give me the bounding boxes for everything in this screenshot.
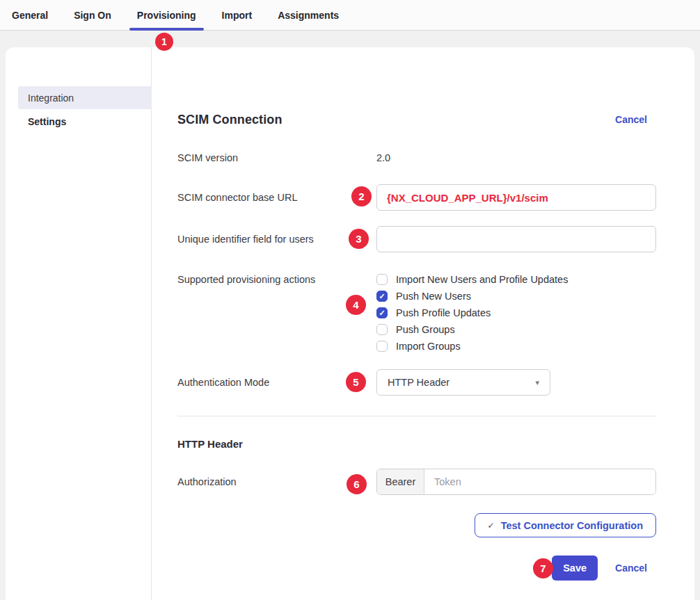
sidebar-heading: Settings xyxy=(28,116,66,127)
checkbox-checked-icon[interactable]: ✓ xyxy=(376,291,388,302)
annotation-badge-7: 7 xyxy=(533,558,553,578)
provisioning-action-label: Push Profile Updates xyxy=(396,307,491,318)
provisioning-action-label: Push New Users xyxy=(396,291,471,302)
checkbox-checked-icon[interactable]: ✓ xyxy=(376,307,388,318)
unique-identifier-input[interactable] xyxy=(376,226,656,252)
settings-card: Settings Integration SCIM Connection Can… xyxy=(6,47,694,600)
page-title: SCIM Connection xyxy=(177,113,283,127)
unique-id-label: Unique identifier field for users xyxy=(177,232,376,246)
scim-base-url-input[interactable] xyxy=(376,184,656,211)
scim-connection-form: SCIM Connection Cancel SCIM version 2.0 … xyxy=(152,47,694,600)
annotation-badge-6: 6 xyxy=(347,474,367,494)
token-input[interactable] xyxy=(424,469,655,494)
scim-version-value: 2.0 xyxy=(376,152,390,163)
app-tab-bar: General Sign On Provisioning Import Assi… xyxy=(0,0,700,31)
scim-version-label: SCIM version xyxy=(177,151,376,165)
provisioning-action-label: Import New Users and Profile Updates xyxy=(396,274,568,285)
provisioning-action-row[interactable]: Import New Users and Profile Updates xyxy=(376,271,656,288)
auth-mode-selected-value: HTTP Header xyxy=(388,377,450,388)
auth-mode-select[interactable]: HTTP Header ▾ xyxy=(376,369,550,396)
provisioning-actions-row: Supported provisioning actions Import Ne… xyxy=(177,271,656,355)
annotation-badge-1: 1 xyxy=(155,33,173,51)
test-connector-button[interactable]: ✓ Test Connector Configuration xyxy=(475,513,656,537)
provisioning-page: General Sign On Provisioning Import Assi… xyxy=(0,0,700,600)
http-header-heading: HTTP Header xyxy=(177,438,656,452)
chevron-down-icon: ▾ xyxy=(535,378,539,387)
auth-mode-row: Authentication Mode HTTP Header ▾ xyxy=(177,369,656,396)
tab-assignments[interactable]: Assignments xyxy=(270,0,347,30)
tab-provisioning[interactable]: Provisioning xyxy=(129,0,204,30)
check-icon: ✓ xyxy=(488,521,495,530)
authorization-input-group: Bearer xyxy=(376,469,656,495)
provisioning-action-label: Import Groups xyxy=(396,341,461,352)
settings-sidebar: Settings Integration xyxy=(6,47,152,600)
provisioning-action-row[interactable]: Import Groups xyxy=(376,338,656,355)
annotation-badge-2: 2 xyxy=(351,186,372,206)
section-divider xyxy=(177,416,656,416)
provisioning-action-row[interactable]: ✓Push New Users xyxy=(376,288,656,305)
cancel-link-bottom[interactable]: Cancel xyxy=(615,562,647,574)
base-url-row: SCIM connector base URL xyxy=(177,184,656,211)
provisioning-action-row[interactable]: Push Groups xyxy=(376,321,656,338)
sidebar-item-integration[interactable]: Integration xyxy=(18,86,152,109)
checkbox-unchecked-icon[interactable] xyxy=(376,341,388,352)
tab-sign-on[interactable]: Sign On xyxy=(66,0,119,30)
authorization-row: Authorization Bearer xyxy=(177,469,656,495)
provisioning-actions-list: Import New Users and Profile Updates✓Pus… xyxy=(376,271,656,355)
base-url-label: SCIM connector base URL xyxy=(177,190,376,204)
annotation-badge-4: 4 xyxy=(346,295,366,315)
provisioning-action-row[interactable]: ✓Push Profile Updates xyxy=(376,305,656,321)
bearer-prefix: Bearer xyxy=(377,469,424,494)
cancel-link-top[interactable]: Cancel xyxy=(615,114,647,125)
annotation-badge-5: 5 xyxy=(346,372,366,392)
scim-version-row: SCIM version 2.0 xyxy=(177,151,656,165)
provisioning-actions-label: Supported provisioning actions xyxy=(177,271,376,288)
checkbox-unchecked-icon[interactable] xyxy=(376,274,388,285)
checkbox-unchecked-icon[interactable] xyxy=(376,324,388,335)
save-button[interactable]: Save xyxy=(552,556,598,581)
annotation-badge-3: 3 xyxy=(349,229,369,249)
test-connector-label: Test Connector Configuration xyxy=(501,520,643,531)
tab-import[interactable]: Import xyxy=(214,0,260,30)
provisioning-action-label: Push Groups xyxy=(396,324,455,335)
tab-general[interactable]: General xyxy=(4,0,56,30)
unique-id-row: Unique identifier field for users xyxy=(177,226,656,252)
